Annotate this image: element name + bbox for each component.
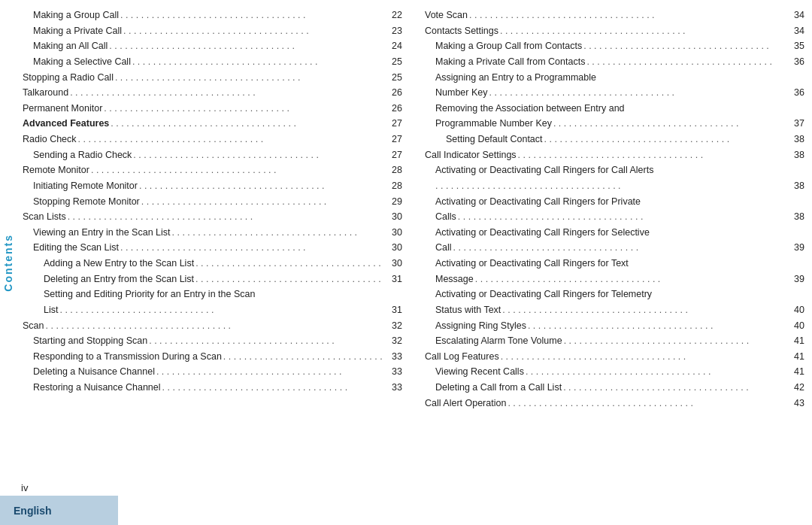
toc-entry: Permanent Monitor. . . . . . . . . . . .…: [23, 101, 402, 117]
toc-entry: Contacts Settings. . . . . . . . . . . .…: [425, 23, 804, 39]
toc-entry: Making a Private Call from Contacts. . .…: [425, 54, 804, 70]
toc-entry: Adding a New Entry to the Scan List. . .…: [23, 256, 402, 272]
toc-entry: Sending a Radio Check. . . . . . . . . .…: [23, 147, 402, 163]
page-number-left: iv: [21, 482, 28, 493]
toc-entry: Initiating Remote Monitor. . . . . . . .…: [23, 178, 402, 194]
toc-entry: Removing the Association between Entry a…: [425, 101, 804, 132]
toc-entry: Stopping Remote Monitor. . . . . . . . .…: [23, 194, 402, 210]
footer-bar: English: [0, 496, 118, 525]
toc-entry: Setting and Editing Priority for an Entr…: [23, 287, 402, 317]
toc-entry: Activating or Deactivating Call Ringers …: [425, 287, 804, 317]
toc-entry: Activating or Deactivating Call Ringers …: [425, 256, 804, 287]
toc-entry: Scan Lists. . . . . . . . . . . . . . . …: [23, 209, 402, 225]
toc-entry: Talkaround. . . . . . . . . . . . . . . …: [23, 85, 402, 101]
toc-entry: Responding to a Transmission During a Sc…: [23, 349, 402, 365]
sidebar-label: Contents: [0, 0, 17, 525]
toc-entry: Viewing Recent Calls. . . . . . . . . . …: [425, 364, 804, 380]
toc-entry: Call Log Features. . . . . . . . . . . .…: [425, 349, 804, 365]
toc-entry: Vote Scan. . . . . . . . . . . . . . . .…: [425, 8, 804, 23]
contents-text: Contents: [2, 234, 14, 292]
toc-entry: Starting and Stopping Scan. . . . . . . …: [23, 333, 402, 349]
toc-entry: Deleting a Nuisance Channel. . . . . . .…: [23, 364, 402, 380]
footer-language: English: [14, 505, 52, 517]
toc-entry: Radio Check. . . . . . . . . . . . . . .…: [23, 132, 402, 147]
toc-entry: Making a Group Call from Contacts. . . .…: [425, 38, 804, 54]
toc-entry: Deleting an Entry from the Scan List. . …: [23, 272, 402, 287]
toc-entry: Advanced Features. . . . . . . . . . . .…: [23, 116, 402, 132]
toc-entry: Assigning an Entry to a ProgrammableNumb…: [425, 70, 804, 101]
page-container: Contents Making a Group Call. . . . . . …: [0, 0, 812, 525]
toc-entry: Making a Group Call. . . . . . . . . . .…: [23, 8, 402, 23]
toc-entry: Making a Private Call. . . . . . . . . .…: [23, 23, 402, 39]
left-column: Making a Group Call. . . . . . . . . . .…: [23, 8, 402, 487]
toc-entry: Making a Selective Call. . . . . . . . .…: [23, 54, 402, 70]
toc-entry: Call Indicator Settings. . . . . . . . .…: [425, 147, 804, 163]
toc-entry: Activating or Deactivating Call Ringers …: [425, 162, 804, 193]
toc-entry: Deleting a Call from a Call List. . . . …: [425, 380, 804, 396]
toc-entry: Activating or Deactivating Call Ringers …: [425, 225, 804, 256]
content-area: Making a Group Call. . . . . . . . . . .…: [23, 8, 804, 487]
toc-entry: Setting Default Contact. . . . . . . . .…: [425, 132, 804, 147]
toc-entry: Stopping a Radio Call. . . . . . . . . .…: [23, 70, 402, 86]
toc-entry: Scan. . . . . . . . . . . . . . . . . . …: [23, 318, 402, 334]
right-column: Vote Scan. . . . . . . . . . . . . . . .…: [425, 8, 804, 487]
toc-entry: Editing the Scan List. . . . . . . . . .…: [23, 240, 402, 256]
toc-entry: Activating or Deactivating Call Ringers …: [425, 194, 804, 225]
toc-entry: Remote Monitor. . . . . . . . . . . . . …: [23, 162, 402, 178]
toc-entry: Making an All Call. . . . . . . . . . . …: [23, 38, 402, 54]
toc-entry: Restoring a Nuisance Channel. . . . . . …: [23, 380, 402, 396]
toc-entry: Escalating Alarm Tone Volume. . . . . . …: [425, 333, 804, 349]
toc-entry: Viewing an Entry in the Scan List. . . .…: [23, 225, 402, 241]
toc-entry: Assigning Ring Styles. . . . . . . . . .…: [425, 318, 804, 334]
toc-entry: Call Alert Operation. . . . . . . . . . …: [425, 396, 804, 411]
